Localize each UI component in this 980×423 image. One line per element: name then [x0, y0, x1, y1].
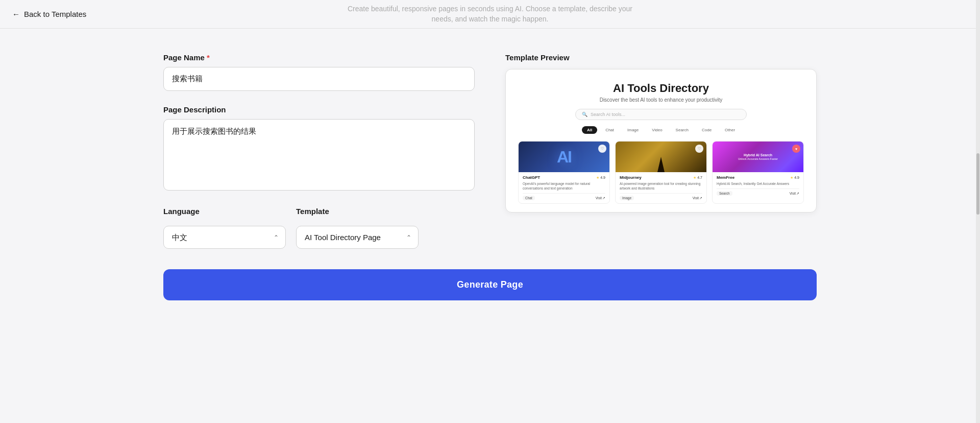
midjourney-card-body: Midjourney ★4.7 AI-powered image generat… [616, 172, 706, 203]
memfree-desc: Hybrid AI Search, Instantly Get Accurate… [717, 181, 799, 186]
chatgpt-name: ChatGPT [523, 175, 540, 180]
page-name-field-group: Page Name * [163, 53, 475, 91]
chatgpt-star-icon: ★ [596, 176, 599, 180]
midjourney-card-header: Midjourney ★4.7 [620, 175, 702, 180]
memfree-card-image: Hybrid AI Search Unlock Accurate Answers… [713, 142, 803, 172]
chatgpt-card-header: ChatGPT ★4.9 [523, 175, 605, 180]
memfree-rating: ★4.9 [790, 176, 799, 180]
main-content: Page Name * Page Description 用于展示搜索图书的结果… [133, 29, 847, 269]
page-name-input[interactable] [163, 67, 475, 91]
midjourney-tag: Image [620, 196, 634, 200]
midjourney-visit: Visit ↗ [693, 196, 702, 200]
memfree-name: MemFree [717, 175, 734, 180]
language-label: Language [163, 207, 286, 216]
chatgpt-heart-icon: ♡ [598, 145, 606, 153]
midjourney-rating: ★4.7 [693, 176, 702, 180]
language-group: Language 中文 English 日本語 한국어 ⌃ [163, 207, 286, 249]
memfree-card-subtitle: Unlock Accurate Answers Faster [738, 157, 778, 161]
page-subtitle: Create beautiful, responsive pages in se… [337, 4, 643, 24]
filter-chat: Chat [600, 126, 619, 134]
page-name-label: Page Name * [163, 53, 475, 62]
memfree-star-icon: ★ [790, 176, 793, 180]
chatgpt-tag: Chat [523, 196, 535, 200]
preview-subtitle: Discover the best AI tools to enhance yo… [518, 97, 804, 103]
memfree-footer: Search Visit ↗ [717, 189, 799, 196]
filter-image: Image [622, 126, 644, 134]
filter-other: Other [720, 126, 740, 134]
template-select[interactable]: AI Tool Directory Page Blog Page Landing… [296, 226, 419, 249]
required-star: * [207, 53, 210, 62]
midjourney-silhouette [657, 157, 665, 172]
preview-card-memfree: Hybrid AI Search Unlock Accurate Answers… [712, 141, 804, 204]
memfree-card-header: MemFree ★4.9 [717, 175, 799, 180]
chatgpt-visit-arrow: ↗ [602, 196, 605, 200]
chatgpt-visit: Visit ↗ [596, 196, 605, 200]
midjourney-card-image: ♡ [616, 142, 706, 172]
filter-all: All [582, 126, 597, 134]
memfree-card-title: Hybrid AI Search Unlock Accurate Answers… [736, 151, 780, 163]
template-select-wrapper: AI Tool Directory Page Blog Page Landing… [296, 226, 419, 249]
chatgpt-card-body: ChatGPT ★4.9 OpenAI's powerful language … [519, 172, 609, 203]
chatgpt-card-image: AI ♡ [519, 142, 609, 172]
back-label: Back to Templates [24, 10, 86, 18]
memfree-card-content: Hybrid AI Search Unlock Accurate Answers… [736, 151, 780, 163]
generate-button-wrapper: Generate Page [133, 269, 847, 321]
back-to-templates-link[interactable]: ← Back to Templates [12, 10, 86, 18]
preview-card-midjourney: ♡ Midjourney ★4.7 AI-powered image gener… [615, 141, 707, 204]
midjourney-visit-arrow: ↗ [699, 196, 702, 200]
memfree-heart-icon: ♥ [792, 145, 800, 153]
midjourney-desc: AI-powered image generation tool for cre… [620, 181, 702, 191]
filter-code: Code [697, 126, 717, 134]
midjourney-heart-icon: ♡ [695, 145, 703, 153]
midjourney-footer: Image Visit ↗ [620, 193, 702, 200]
memfree-card-body: MemFree ★4.9 Hybrid AI Search, Instantly… [713, 172, 803, 199]
ai-letter: AI [557, 148, 571, 167]
midjourney-name: Midjourney [620, 175, 642, 180]
page-desc-input[interactable]: 用于展示搜索图书的结果 [163, 119, 475, 191]
page-desc-label: Page Description [163, 105, 475, 114]
memfree-visit: Visit ↗ [790, 192, 799, 196]
chatgpt-desc: OpenAI's powerful language model for nat… [523, 181, 605, 191]
midjourney-star-icon: ★ [693, 176, 696, 180]
preview-cards-row: AI ♡ ChatGPT ★4.9 OpenAI's powerful lang… [518, 141, 804, 204]
chatgpt-footer: Chat Visit ↗ [523, 193, 605, 200]
filter-search: Search [671, 126, 694, 134]
page-desc-field-group: Page Description 用于展示搜索图书的结果 [163, 105, 475, 193]
language-select-wrapper: 中文 English 日本語 한국어 ⌃ [163, 226, 286, 249]
top-bar: ← Back to Templates Create beautiful, re… [0, 0, 980, 29]
left-panel: Page Name * Page Description 用于展示搜索图书的结果… [163, 53, 505, 249]
preview-title: AI Tools Directory [518, 82, 804, 95]
preview-search-placeholder: Search AI tools... [591, 112, 625, 117]
template-label: Template [296, 207, 419, 216]
generate-page-button[interactable]: Generate Page [163, 269, 817, 300]
arrow-left-icon: ← [12, 10, 20, 18]
language-select[interactable]: 中文 English 日本語 한국어 [163, 226, 286, 249]
preview-filter-row: All Chat Image Video Search Code Other [518, 126, 804, 134]
scrollbar-thumb[interactable] [976, 153, 979, 215]
bottom-row: Language 中文 English 日本語 한국어 ⌃ Template A… [163, 207, 475, 249]
preview-search-bar: 🔍 Search AI tools... [575, 109, 747, 120]
preview-section-label: Template Preview [505, 53, 817, 62]
preview-card-chatgpt: AI ♡ ChatGPT ★4.9 OpenAI's powerful lang… [518, 141, 610, 204]
preview-search-icon: 🔍 [582, 112, 587, 117]
memfree-tag: Search [717, 191, 732, 196]
memfree-visit-arrow: ↗ [796, 192, 799, 196]
right-panel: Template Preview AI Tools Directory Disc… [505, 53, 817, 249]
chatgpt-rating: ★4.9 [596, 176, 605, 180]
scrollbar[interactable] [976, 0, 980, 423]
filter-video: Video [647, 126, 667, 134]
template-preview-card: AI Tools Directory Discover the best AI … [505, 69, 817, 213]
template-group: Template AI Tool Directory Page Blog Pag… [296, 207, 419, 249]
